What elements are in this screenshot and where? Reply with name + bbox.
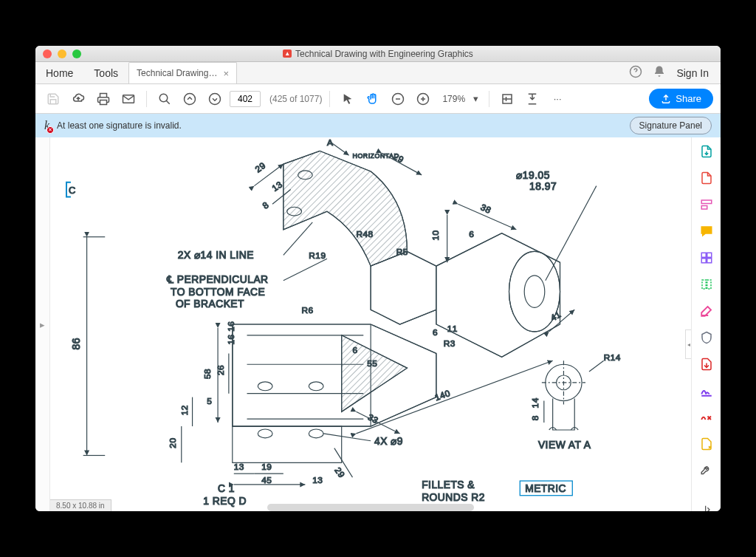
svg-text:6: 6 [433,327,438,338]
svg-text:13: 13 [270,179,285,194]
svg-rect-107 [707,280,710,289]
title-text: Technical Drawing with Engineering Graph… [295,49,473,59]
protect-icon[interactable] [699,331,714,344]
sign-cancel-icon[interactable] [699,411,714,424]
page-down-icon[interactable] [205,89,225,109]
svg-point-3 [185,93,196,104]
svg-text:METRIC: METRIC [525,483,566,494]
zoom-value: 179% [442,94,465,104]
more-tools-icon[interactable] [699,464,714,477]
maximize-window-button[interactable] [72,49,81,58]
cloud-icon[interactable] [68,89,89,109]
page-number-input[interactable] [230,91,261,107]
traffic-lights [35,49,81,58]
svg-text:10: 10 [430,230,441,240]
svg-text:6: 6 [469,229,474,239]
right-panel-collapse[interactable]: ◂ [685,329,691,359]
zoom-out-icon[interactable] [388,89,408,109]
svg-text:45: 45 [261,475,272,485]
pdf-icon: ▲ [283,49,292,58]
save-icon[interactable] [43,89,63,109]
document-area[interactable]: 86 29 13 8 [50,137,691,511]
bell-icon[interactable] [653,65,666,81]
search-icon[interactable] [154,89,175,109]
hand-tool-icon[interactable] [362,89,383,109]
toolbar: (425 of 1077) 179% ▾ ··· Share [35,84,721,114]
svg-point-42 [258,429,272,438]
menu-home[interactable]: Home [35,62,83,83]
compress-icon[interactable] [699,358,714,371]
tab-label: Technical Drawing… [137,68,217,78]
svg-text:VIEW AT A: VIEW AT A [538,440,591,451]
svg-text:8: 8 [530,415,540,420]
svg-text:5: 5 [207,396,212,406]
horizontal-scrollbar[interactable] [267,504,474,511]
svg-rect-104 [701,259,706,263]
zoom-in-icon[interactable] [413,89,433,109]
svg-point-2 [159,94,168,102]
select-tool-icon[interactable] [337,89,358,109]
svg-text:R5: R5 [396,247,408,257]
signature-panel-button[interactable]: Signature Panel [630,117,712,134]
svg-text:R48: R48 [356,229,373,239]
print-icon[interactable] [93,89,114,109]
send-icon[interactable] [699,437,714,451]
comment-icon[interactable] [699,225,714,238]
share-icon [661,94,671,104]
signature-message: At least one signature is invalid. [57,120,182,131]
app-window: ▲ Technical Drawing with Engineering Gra… [35,46,721,511]
svg-text:4X ⌀9: 4X ⌀9 [374,436,403,447]
page-size-status: 8.50 x 10.88 in [50,499,111,511]
fit-page-icon[interactable] [522,89,543,109]
create-pdf-icon[interactable] [699,171,714,185]
document-tab[interactable]: Technical Drawing… × [128,62,237,83]
svg-text:2X ⌀14  IN LINE: 2X ⌀14 IN LINE [178,250,254,261]
combine-icon[interactable] [699,251,714,264]
svg-text:OF BRACKET: OF BRACKET [176,298,244,310]
zoom-dropdown-icon[interactable]: ▾ [470,89,481,109]
svg-text:38: 38 [479,202,493,216]
svg-text:13: 13 [312,475,323,485]
svg-text:R6: R6 [301,305,313,315]
close-window-button[interactable] [43,49,52,58]
tab-close-icon[interactable]: × [223,68,229,79]
svg-text:20: 20 [168,437,178,448]
svg-text:⌀19.05: ⌀19.05 [516,170,549,181]
fill-sign-icon[interactable] [699,384,714,397]
svg-text:58: 58 [202,369,213,379]
mail-icon[interactable] [118,89,139,109]
svg-rect-102 [701,253,706,257]
share-button[interactable]: Share [649,89,713,109]
menu-tools[interactable]: Tools [83,62,128,83]
right-tools-panel [691,137,721,511]
page-up-icon[interactable] [179,89,200,109]
svg-text:86: 86 [71,338,82,349]
signin-link[interactable]: Sign In [676,67,709,79]
more-icon[interactable]: ··· [547,89,568,109]
svg-text:A: A [327,137,333,148]
redact-icon[interactable] [699,304,714,318]
svg-text:C: C [69,185,75,196]
svg-text:13: 13 [234,462,244,472]
minimize-window-button[interactable] [58,49,66,58]
tab-section: Technical Drawing… × [128,62,237,83]
expand-panel-icon[interactable] [699,504,714,511]
organize-icon[interactable] [699,278,714,291]
svg-text:R19: R19 [309,250,326,261]
svg-line-20 [331,142,349,155]
svg-line-87 [589,360,604,372]
fit-width-icon[interactable] [497,89,518,109]
svg-rect-100 [701,200,712,204]
export-pdf-icon[interactable] [699,145,714,158]
left-panel-handle[interactable]: ▸ [35,137,50,511]
svg-text:8: 8 [261,199,271,211]
svg-point-43 [309,429,323,438]
menubar: Home Tools Technical Drawing… × Sign In [35,62,721,84]
help-icon[interactable] [629,65,642,81]
pdf-page: 86 29 13 8 [50,137,691,511]
svg-rect-101 [701,206,707,210]
svg-text:TO BOTTOM FACE: TO BOTTOM FACE [171,287,265,298]
edit-pdf-icon[interactable] [699,198,714,211]
svg-text:29: 29 [253,160,268,175]
svg-text:℄ PERPENDICULAR: ℄ PERPENDICULAR [166,274,269,285]
